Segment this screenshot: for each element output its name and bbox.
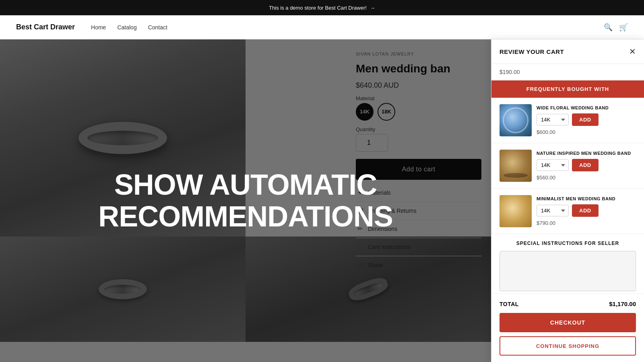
rec-name-0: WIDE FLORAL WEDDING BAND [537, 105, 636, 110]
partial-price: $190.00 [500, 69, 520, 75]
overlay-line2: RECOMMENDATIONS [98, 200, 393, 232]
cart-footer: TOTAL $1,170.00 CHECKOUT CONTINUE SHOPPI… [491, 294, 644, 362]
nav-contact[interactable]: Contact [148, 24, 167, 31]
rec-item-0: WIDE FLORAL WEDDING BAND 14K 18K 10K ADD… [491, 98, 644, 143]
announcement-arrow: → [370, 5, 375, 11]
main-layout: SHOW AUTOMATIC RECOMMENDATIONS SIVAN LOT… [0, 39, 644, 362]
rec-info-1: NATURE INSPIRED MEN WEDDING BAND 14K 18K… [537, 151, 636, 181]
site-header: Best Cart Drawer Home Catalog Contact 🔍 … [0, 15, 644, 39]
cart-title: REVIEW YOUR CART [500, 48, 564, 55]
announcement-text: This is a demo store for Best Cart Drawe… [269, 5, 367, 11]
main-nav: Home Catalog Contact [91, 24, 167, 31]
cart-close-button[interactable]: ✕ [629, 47, 636, 56]
cart-item-partial: $190.00 [491, 64, 644, 80]
rec-img-minimalist [500, 195, 532, 227]
rec-item-1: NATURE INSPIRED MEN WEDDING BAND 14K 18K… [491, 143, 644, 189]
checkout-button[interactable]: CHECKOUT [500, 313, 636, 332]
rec-add-btn-0[interactable]: ADD [572, 113, 599, 126]
rec-select-row-0: 14K 18K 10K ADD [537, 113, 636, 126]
cart-total-label: TOTAL [500, 301, 519, 307]
rec-add-btn-1[interactable]: ADD [572, 159, 599, 171]
special-instructions-section: SPECIAL INSTRUCTIONS FOR SELLER [491, 234, 644, 294]
frequently-bought-title: FREQUENTLY BOUGHT WITH [526, 86, 609, 92]
rec-price-2: $790.00 [537, 220, 636, 226]
rec-img-nature [500, 150, 532, 182]
rec-select-row-2: 14K 18K 10K ADD [537, 204, 636, 217]
cart-header: REVIEW YOUR CART ✕ [491, 39, 644, 64]
continue-shopping-button[interactable]: CONTINUE SHOPPING [500, 336, 636, 356]
rec-info-2: MINIMALIST MEN WEDDING BAND 14K 18K 10K … [537, 196, 636, 226]
rec-name-1: NATURE INSPIRED MEN WEDDING BAND [537, 151, 636, 156]
rec-select-1[interactable]: 14K 18K 10K [537, 159, 569, 171]
header-icons: 🔍 🛒 [604, 23, 628, 32]
rec-info-0: WIDE FLORAL WEDDING BAND 14K 18K 10K ADD… [537, 105, 636, 135]
rec-add-btn-2[interactable]: ADD [572, 204, 599, 217]
frequently-bought-section: FREQUENTLY BOUGHT WITH [491, 80, 644, 98]
cart-icon[interactable]: 🛒 [619, 23, 628, 32]
nav-catalog[interactable]: Catalog [117, 24, 136, 31]
overlay-text: SHOW AUTOMATIC RECOMMENDATIONS [98, 169, 393, 232]
cart-total-row: TOTAL $1,170.00 [500, 300, 636, 307]
special-instructions-title: SPECIAL INSTRUCTIONS FOR SELLER [500, 241, 636, 246]
rec-price-0: $600.00 [537, 129, 636, 135]
search-icon[interactable]: 🔍 [604, 23, 613, 32]
rec-select-2[interactable]: 14K 18K 10K [537, 205, 569, 216]
rec-img-floral [500, 104, 532, 136]
site-logo[interactable]: Best Cart Drawer [16, 23, 75, 31]
nav-home[interactable]: Home [91, 24, 106, 31]
product-area: SHOW AUTOMATIC RECOMMENDATIONS SIVAN LOT… [0, 39, 491, 362]
rec-select-row-1: 14K 18K 10K ADD [537, 159, 636, 171]
rec-price-1: $560.00 [537, 175, 636, 181]
cart-body[interactable]: $190.00 FREQUENTLY BOUGHT WITH WIDE FLOR… [491, 64, 644, 294]
special-instructions-textarea[interactable] [500, 251, 636, 291]
rec-item-2: MINIMALIST MEN WEDDING BAND 14K 18K 10K … [491, 189, 644, 234]
cart-total-value: $1,170.00 [609, 300, 636, 307]
rec-select-0[interactable]: 14K 18K 10K [537, 114, 569, 125]
announcement-bar: This is a demo store for Best Cart Drawe… [0, 0, 644, 15]
overlay-line1: SHOW AUTOMATIC [114, 169, 377, 201]
overlay-container: SHOW AUTOMATIC RECOMMENDATIONS [0, 39, 491, 362]
cart-drawer: REVIEW YOUR CART ✕ $190.00 FREQUENTLY BO… [491, 39, 644, 362]
rec-name-2: MINIMALIST MEN WEDDING BAND [537, 196, 636, 201]
